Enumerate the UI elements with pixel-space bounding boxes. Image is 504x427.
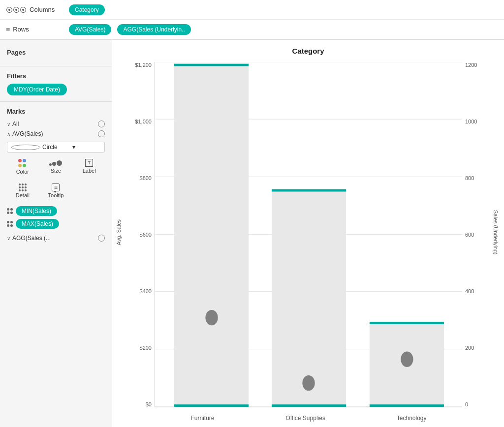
color-button[interactable]: Color (7, 155, 38, 178)
y-axis-right: 1200 1000 800 600 400 200 0 (462, 57, 489, 407)
rows-shelf: ≡ Rows AVG(Sales) AGG(Sales (Underlyin.. (0, 20, 504, 39)
all-chevron-down: ∨ (7, 122, 10, 127)
columns-icon: ⦿⦿⦿ (6, 6, 27, 14)
columns-text: Columns (30, 6, 55, 13)
size-icon (52, 159, 60, 167)
chart-title: Category (112, 40, 504, 57)
technology-circle (401, 352, 413, 367)
size-circle-large (57, 160, 62, 166)
size-circles (49, 160, 62, 166)
furniture-bar (174, 64, 249, 405)
furniture-circle (205, 310, 218, 325)
detail-label: Detail (16, 192, 30, 198)
min-sales-icon (7, 208, 13, 214)
furniture-min-line (174, 404, 249, 407)
avg-sales-chevron-up: ∧ (7, 131, 10, 137)
shelf-container: ⦿⦿⦿ Columns Category ≡ Rows AVG(Sales) A… (0, 0, 504, 40)
color-dot-yellow (18, 164, 22, 167)
rows-label: ≡ Rows (6, 26, 65, 33)
agg-chevron-down: ∨ (7, 236, 10, 241)
size-label: Size (51, 168, 61, 174)
columns-label: ⦿⦿⦿ Columns (6, 6, 65, 14)
detail-icon (19, 183, 27, 191)
rows-text: Rows (13, 26, 29, 33)
size-circle-medium (52, 162, 56, 166)
marks-all-row[interactable]: ∨ All (7, 119, 105, 129)
x-label-furniture: Furniture (190, 415, 214, 422)
marks-avg-sales-row[interactable]: ∧ AVG(Sales) (7, 129, 105, 139)
y-axis-left: $1,200 $1,000 $800 $600 $400 $200 $0 (125, 57, 155, 407)
max-sales-icon (7, 221, 13, 227)
label-icon: T (85, 159, 93, 167)
columns-category-pill[interactable]: Category (69, 4, 105, 15)
chart-svg (155, 62, 462, 407)
x-label-office-supplies: Office Supplies (285, 415, 325, 422)
detail-button[interactable]: Detail (7, 180, 38, 202)
agg-sales-label: ∨ AGG(Sales (... (7, 235, 51, 242)
filters-title: Filters (7, 72, 105, 80)
agg-circle-indicator (98, 235, 105, 242)
technology-avg-line (370, 322, 444, 324)
tooltip-button[interactable]: ☰ Tooltip (40, 180, 72, 202)
rows-icon: ≡ (6, 26, 10, 33)
marks-icons-grid: Color Size T Label (7, 155, 105, 202)
marks-all-label: ∨ All (7, 121, 19, 127)
officesupplies-min-line (272, 404, 346, 407)
tooltip-icon: ☰ (52, 183, 60, 191)
officesupplies-avg-line (272, 189, 346, 192)
tooltip-label: Tooltip (48, 192, 64, 198)
columns-shelf: ⦿⦿⦿ Columns Category (0, 0, 504, 20)
y-left-axis-label: Avg. Sales (116, 219, 122, 245)
label-label: Label (83, 168, 96, 174)
officesupplies-circle (302, 375, 315, 391)
rows-agg-sales-pill[interactable]: AGG(Sales (Underlyin.. (117, 24, 190, 35)
color-dot-red (18, 159, 22, 162)
min-sales-tag[interactable]: MIN(Sales) (16, 206, 57, 216)
agg-sales-row[interactable]: ∨ AGG(Sales (... (7, 232, 105, 244)
color-label: Color (16, 169, 29, 175)
officesupplies-bar (272, 189, 346, 407)
marks-avg-sales-label: ∧ AVG(Sales) (7, 130, 43, 137)
rows-avg-sales-pill[interactable]: AVG(Sales) (69, 24, 111, 35)
mark-type-dropdown-arrow: ▾ (72, 144, 100, 151)
size-circle-small (49, 163, 52, 166)
max-sales-tag[interactable]: MAX(Sales) (16, 219, 59, 229)
filter-order-date-pill[interactable]: MDY(Order Date) (7, 84, 67, 95)
chart-inner: Furniture Office Supplies Technology (155, 62, 462, 407)
marks-section: Marks ∨ All ∧ AVG(Sales) Circl (0, 104, 112, 248)
marks-title: Marks (7, 108, 105, 115)
y-right-axis-label: Sales (Underlying) (493, 210, 499, 254)
mark-type-dropdown[interactable]: Circle ▾ (7, 142, 105, 152)
x-axis: Furniture Office Supplies Technology (155, 415, 462, 422)
size-button[interactable]: Size (40, 155, 72, 178)
chart-wrapper: Avg. Sales $1,200 $1,000 $800 $600 $400 … (112, 57, 504, 427)
label-button[interactable]: T Label (73, 155, 105, 178)
color-icon (18, 159, 27, 168)
circle-mark-icon (11, 145, 40, 150)
min-sales-pill-row: MIN(Sales) (7, 205, 105, 217)
color-dot-green (23, 164, 26, 167)
chart-area: Category Avg. Sales $1,200 $1,000 $800 $… (112, 40, 504, 427)
pages-section: Pages (0, 45, 112, 64)
all-circle-indicator (98, 121, 105, 127)
pages-title: Pages (7, 49, 105, 56)
technology-min-line (370, 404, 444, 407)
x-label-technology: Technology (397, 415, 427, 422)
color-dot-blue (23, 159, 26, 162)
sidebar: Pages Filters MDY(Order Date) Marks ∨ Al… (0, 40, 112, 427)
main-content: Pages Filters MDY(Order Date) Marks ∨ Al… (0, 40, 504, 427)
filters-section: Filters MDY(Order Date) (0, 68, 112, 99)
avg-sales-circle-indicator (98, 130, 105, 137)
max-sales-pill-row: MAX(Sales) (7, 217, 105, 230)
furniture-avg-line (174, 64, 249, 66)
